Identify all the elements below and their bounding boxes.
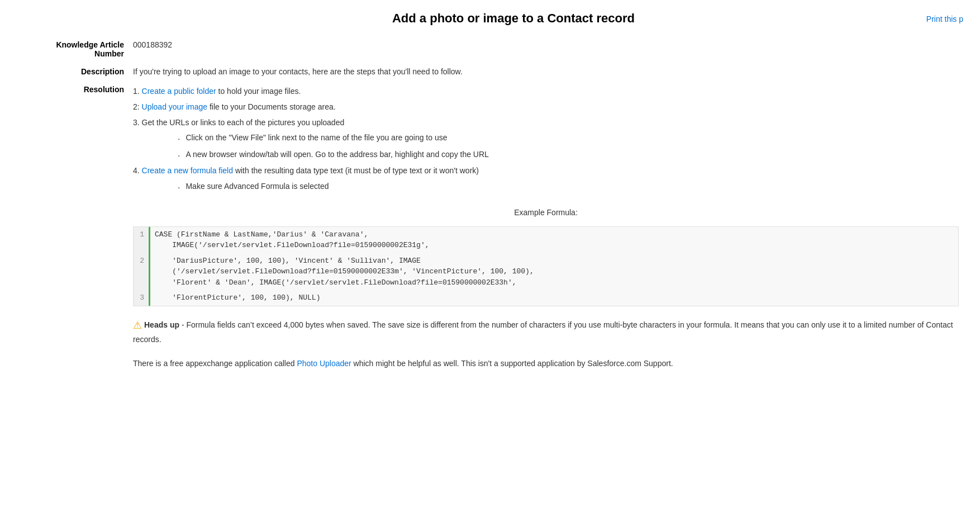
code-line-1: 1 CASE (FirstName & LastName,'Darius' & … [134,227,958,253]
line-number-1: 1 [134,227,150,253]
step2-link[interactable]: Upload your image [142,102,208,111]
page-header: Add a photo or image to a Contact record… [17,11,963,26]
step-2: 2: Upload your image file to your Docume… [133,101,959,114]
article-number-row: Knowledge ArticleNumber 000188392 [17,37,963,64]
sub-item-2: · A new browser window/tab will open. Go… [133,148,959,163]
step2-suffix: file to your Documents storage area. [207,102,336,111]
bullet-2: · [178,148,180,163]
content-table: Knowledge ArticleNumber 000188392 Descri… [17,37,963,375]
step-4: 4. Create a new formula field with the r… [133,164,959,178]
line-number-2: 2 [134,253,150,291]
line-number-3: 3 [134,290,150,306]
bullet-1: · [178,131,180,146]
free-app-prefix: There is a free appexchange application … [133,359,297,368]
free-app-text: There is a free appexchange application … [133,357,959,370]
step1-suffix: to hold your image files. [216,87,301,96]
photo-uploader-link[interactable]: Photo Uploader [297,359,351,368]
step-3: 3. Get the URLs or links to each of the … [133,116,959,130]
description-row: Description If you're trying to upload a… [17,64,963,82]
sub-item-1: · Click on the "View File" link next to … [133,131,959,146]
print-link[interactable]: Print this p [926,11,963,23]
heads-up-bold: Heads up [144,320,179,329]
step2-prefix: 2: [133,102,142,111]
sub1-text: Click on the "View File" link next to th… [185,131,447,145]
article-number-value: 000188392 [129,37,963,64]
example-formula-label: Example Formula: [133,206,959,220]
heads-up-body: - Formula fields can’t exceed 4,000 byte… [133,320,953,344]
sub3-text: Make sure Advanced Formula is selected [185,180,329,193]
sub-item-3: · Make sure Advanced Formula is selected [133,180,959,195]
step4-link[interactable]: Create a new formula field [142,166,233,175]
bullet-3: · [178,180,180,195]
line-code-3: 'FlorentPicture', 100, 100), NULL) [150,290,325,306]
resolution-label: Resolution [17,82,129,375]
line-code-1: CASE (FirstName & LastName,'Darius' & 'C… [150,227,434,253]
step1-link[interactable]: Create a public folder [142,87,216,96]
description-label: Description [17,64,129,82]
sub2-text: A new browser window/tab will open. Go t… [185,148,488,162]
heads-up-box: ⚠Heads up - Formula fields can’t exceed … [133,318,959,346]
code-line-3: 3 'FlorentPicture', 100, 100), NULL) [134,290,958,306]
step-1: 1. Create a public folder to hold your i… [133,85,959,98]
step1-prefix: 1. [133,87,142,96]
code-line-2: 2 'DariusPicture', 100, 100), 'Vincent' … [134,253,958,291]
heads-up-text: ⚠Heads up - Formula fields can’t exceed … [133,318,959,346]
warning-icon: ⚠ [133,320,142,331]
code-block: 1 CASE (FirstName & LastName,'Darius' & … [133,226,959,306]
page-title: Add a photo or image to a Contact record [101,11,926,26]
step4-suffix: with the resulting data type text (it mu… [233,166,479,175]
description-value: If you're trying to upload an image to y… [129,64,963,82]
resolution-row: Resolution 1. Create a public folder to … [17,82,963,375]
free-app-suffix: which might be helpful as well. This isn… [351,359,673,368]
line-code-2: 'DariusPicture', 100, 100), 'Vincent' & … [150,253,539,291]
article-number-label: Knowledge ArticleNumber [17,37,129,64]
step4-prefix: 4. [133,166,142,175]
resolution-content: 1. Create a public folder to hold your i… [129,82,963,375]
